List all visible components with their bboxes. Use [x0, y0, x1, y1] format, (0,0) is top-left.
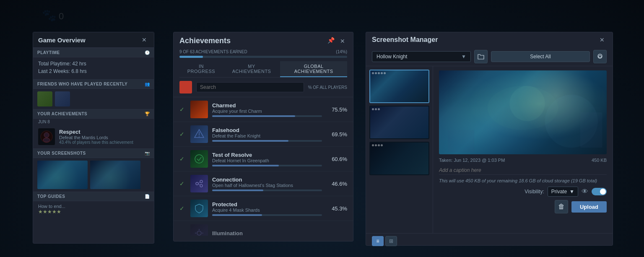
caption-input[interactable] [439, 166, 607, 175]
achievement-row[interactable]: ✓ Protected Acquire 4 Mask Shards 45.3% [174, 196, 353, 221]
achievement-icon-resolve [190, 150, 208, 168]
achievement-desc-resolve: Defeat Hornet In Greenpath [212, 158, 322, 163]
sm-thumbnails-list [366, 66, 433, 233]
sm-title: Screenshot Manager [372, 36, 438, 44]
guide-text: How to end... [38, 204, 65, 209]
tab-in-progress[interactable]: IN PROGRESS [179, 61, 223, 77]
folder-button[interactable] [474, 50, 488, 63]
screenshots-section-header: YOUR SCREENSHOTS 📷 [33, 148, 154, 158]
tab-my-achievements[interactable]: MY ACHIEVEMENTS [224, 61, 280, 77]
achievement-fill-charmed [212, 115, 295, 117]
achievement-name-illumination: Illumination [212, 230, 347, 236]
check-icon: ✓ [179, 180, 186, 187]
svg-point-12 [197, 231, 201, 235]
thumbnail-dots [372, 72, 386, 74]
view-grid-button[interactable]: ⊞ [385, 236, 397, 246]
upload-label: Upload [580, 204, 598, 210]
achievement-row[interactable]: ✓ Test of Resolve Defeat Hornet In Green… [174, 147, 353, 171]
sm-thumbnail-1[interactable] [369, 70, 429, 103]
delete-button[interactable]: 🗑 [555, 200, 568, 213]
game-badge [179, 81, 192, 93]
tab-global-achievements[interactable]: GLOBAL ACHIEVEMENTS [280, 61, 347, 77]
playtime-content: Total Playtime: 42 hrs Last 2 Weeks: 6.8… [33, 57, 154, 79]
friends-icon: 👥 [145, 82, 150, 86]
sm-thumbnail-3-inner [370, 143, 428, 174]
svg-point-17 [599, 55, 601, 58]
achievement-desc-falsehood: Defeat the False Knight [212, 133, 322, 138]
guides-icon: 📄 [145, 194, 150, 199]
achievement-pct-protected: 45.3% [326, 205, 347, 212]
svg-point-9 [200, 184, 203, 187]
sm-thumbnail-2[interactable] [369, 106, 429, 139]
storage-info: This will use 450 KB of your remaining 1… [439, 178, 607, 183]
achievement-bar-charmed [212, 115, 322, 117]
game-select-dropdown[interactable]: Hollow Knight ▼ [372, 51, 471, 62]
achievement-icon-falsehood [190, 125, 208, 143]
check-icon: ✓ [179, 156, 186, 162]
view-toggle-row: ≡ ⊞ [366, 233, 613, 249]
preview-meta: Taken: Jun 12, 2023 @ 1:03 PM 450 KB [439, 158, 607, 163]
achievement-date: JUN 8 [33, 119, 154, 125]
svg-line-11 [198, 184, 200, 185]
select-all-label: Select All [530, 54, 551, 60]
tabs-row: IN PROGRESS MY ACHIEVEMENTS GLOBAL ACHIE… [179, 61, 347, 78]
visibility-toggle[interactable] [592, 188, 607, 195]
screenshots-label: YOUR SCREENSHOTS [37, 151, 86, 156]
sm-toolbar: Hollow Knight ▼ Select All [366, 47, 613, 66]
achievement-pct-charmed: 75.5% [326, 106, 347, 113]
achievement-info: Respect Defeat the Mantis Lords 43.4% of… [59, 129, 149, 145]
header-icons: 📌 ✕ [327, 37, 347, 45]
achievement-percentage: 43.4% of players have this achievement [59, 140, 149, 145]
sm-close-button[interactable]: ✕ [597, 36, 607, 44]
achievement-name-protected: Protected [212, 201, 322, 208]
your-achievements-label: YOUR ACHIEVEMENTS [37, 112, 87, 116]
visibility-label: Visibility: [525, 189, 544, 195]
achievements-close-button[interactable]: ✕ [338, 37, 347, 45]
select-all-button[interactable]: Select All [491, 51, 590, 62]
view-list-button[interactable]: ≡ [372, 236, 384, 246]
achievement-row-illumination[interactable]: ✓ Illumination [174, 221, 353, 236]
svg-point-1 [44, 132, 49, 138]
achievement-bar-protected [212, 214, 322, 216]
achievement-description: Defeat the Mantis Lords [59, 135, 149, 140]
upload-button[interactable]: Upload [571, 201, 607, 213]
sm-thumbnail-3[interactable] [369, 142, 429, 175]
column-header: % OF ALL PLAYERS [304, 85, 347, 90]
game-select-value: Hollow Knight [377, 54, 407, 60]
friends-section-header: FRIENDS WHO HAVE PLAYED RECENTLY 👥 [33, 79, 154, 89]
paw-icon: 🐾 [42, 8, 57, 22]
check-icon: ✓ [179, 106, 186, 113]
progress-pct: (14%) [336, 49, 347, 54]
visibility-value: Private [551, 189, 567, 195]
thumbnail-dots-3 [372, 144, 383, 146]
playtime-label: PLAYTIME [37, 50, 60, 55]
achievements-icon: 🏆 [145, 112, 150, 116]
screenshot-thumb-2[interactable] [90, 161, 140, 189]
achievement-icon-protected [190, 200, 208, 217]
preview-image [439, 70, 607, 154]
visibility-select[interactable]: Private ▼ [548, 187, 578, 197]
progress-text: 9 OF 63 ACHIEVEMENTS EARNED [179, 49, 247, 54]
recent-achievement: Respect Defeat the Mantis Lords 43.4% of… [33, 125, 154, 148]
close-button[interactable]: ✕ [140, 36, 149, 44]
guides-content: How to end... ★★★★★ [33, 201, 154, 217]
progress-bar-fill [179, 56, 203, 58]
list-view-icon: ≡ [376, 238, 379, 244]
screenshot-thumb-1[interactable] [37, 161, 88, 189]
recent-playtime: Last 2 Weeks: 6.8 hrs [38, 68, 149, 74]
achievement-name: Respect [59, 129, 149, 135]
dropdown-arrow-icon: ▼ [461, 54, 466, 60]
achievement-row[interactable]: ✓ Charmed Acquire your first Charm 75.5% [174, 97, 353, 122]
visibility-arrow-icon: ▼ [569, 189, 574, 195]
achievement-icon-charmed [190, 101, 208, 118]
friends-list [33, 89, 154, 109]
achievement-row[interactable]: ✓ Connection Open half of Hallownest's S… [174, 171, 353, 196]
search-input[interactable] [196, 82, 304, 92]
achievement-pct-falsehood: 69.5% [326, 131, 347, 138]
achievement-fill-resolve [212, 165, 279, 166]
svg-point-5 [199, 136, 200, 137]
achievement-pct-connection: 46.6% [326, 181, 347, 187]
settings-button[interactable] [593, 50, 607, 63]
playtime-icon: 🕐 [145, 50, 150, 55]
achievement-row[interactable]: ✓ Falsehood Defeat the False Knight 69.5… [174, 122, 353, 147]
